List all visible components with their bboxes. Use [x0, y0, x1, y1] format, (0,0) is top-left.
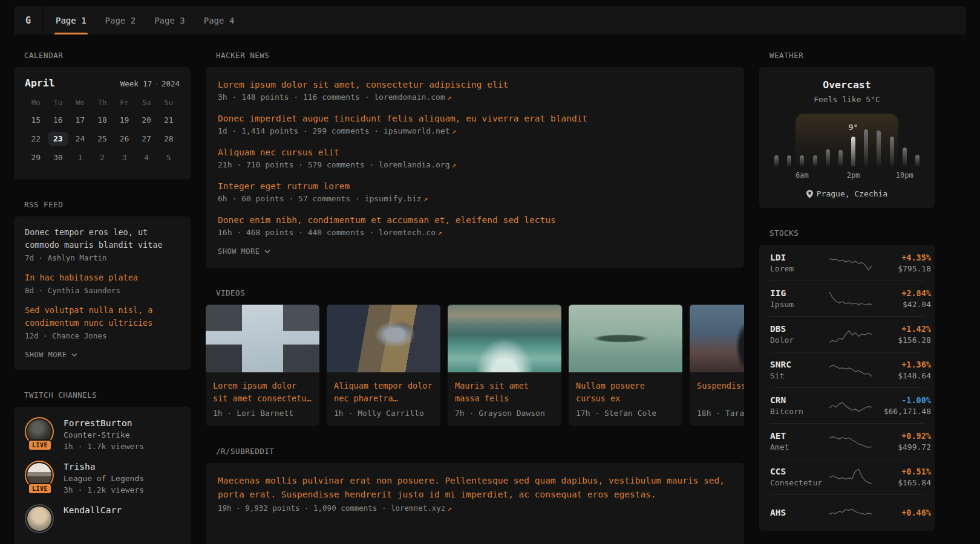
- calendar-days-grid: 1516171819202122232425262728293012345: [25, 111, 180, 167]
- stock-row[interactable]: IIGIpsum+2.84%$42.04: [770, 280, 924, 316]
- hn-item: Donec enim nibh, condimentum et accumsan…: [218, 213, 732, 237]
- stock-symbol: LDI: [770, 253, 827, 262]
- calendar-day-number: 26: [120, 134, 129, 143]
- channel-name: ForrestBurton: [64, 417, 144, 428]
- stock-row[interactable]: CCSConsectetur+0.51%$165.84: [770, 459, 924, 494]
- hn-item-title[interactable]: Aliquam nec cursus elit: [218, 146, 732, 159]
- stock-price: $42.04: [874, 300, 931, 309]
- weather-bar: [903, 147, 907, 167]
- subreddit-widget-title: /R/SUBREDDIT: [216, 447, 744, 456]
- video-thumbnail[interactable]: [327, 305, 440, 372]
- show-more-label: SHOW MORE: [25, 351, 67, 359]
- stock-row[interactable]: DBSDolor+1.42%$156.28: [770, 316, 924, 352]
- left-column: CALENDAR April Week 17·2024 MoTuWeThFrSa…: [14, 51, 191, 544]
- hackernews-show-more-button[interactable]: SHOW MORE: [218, 247, 732, 256]
- stock-row[interactable]: SNRCSit+1.36%$148.64: [770, 352, 924, 387]
- hn-item-title[interactable]: Lorem ipsum dolor sit amet, consectetur …: [218, 78, 732, 91]
- stock-id: AHS: [770, 508, 827, 517]
- hn-item: Lorem ipsum dolor sit amet, consectetur …: [218, 78, 732, 102]
- weather-bar-slot: [886, 114, 898, 167]
- video-thumbnail[interactable]: [569, 305, 682, 372]
- calendar-day-number: 23: [48, 132, 68, 146]
- tab-page-4[interactable]: Page 4: [203, 6, 236, 34]
- channel-meta: 3h · 1.2k viewers: [64, 485, 144, 494]
- calendar-day-header: Fr: [113, 99, 136, 107]
- video-title[interactable]: Nullam posuere cursus ex: [576, 380, 675, 405]
- hn-item-meta-text: 16h · 468 points · 440 comments · loremt…: [218, 228, 436, 237]
- calendar-week: Week 17: [120, 79, 152, 88]
- calendar-day-header: Th: [91, 99, 114, 107]
- calendar-day: 3: [113, 148, 136, 167]
- rss-item-title[interactable]: Sed volutpat nulla nisl, a condimentum n…: [25, 304, 180, 329]
- calendar-day-number: 21: [164, 115, 174, 125]
- stock-id: IIGIpsum: [770, 288, 827, 309]
- stock-change: +1.42%: [874, 324, 931, 334]
- time-label: 10pm: [896, 171, 913, 180]
- video-title[interactable]: Lorem ipsum dolor sit amet consectetu…: [213, 380, 312, 405]
- twitch-channel[interactable]: LIVETrishaLeague of Legends3h · 1.2k vie…: [25, 461, 180, 494]
- calendar-day: 4: [136, 148, 158, 167]
- hn-item-title[interactable]: Donec enim nibh, condimentum et accumsan…: [218, 213, 732, 227]
- video-title[interactable]: Mauris sit amet massa felis: [455, 380, 554, 405]
- hackernews-items: Lorem ipsum dolor sit amet, consectetur …: [218, 78, 732, 237]
- twitch-channel[interactable]: LIVEForrestBurtonCounter-Strike1h · 1.7k…: [25, 417, 180, 451]
- calendar-day-header: Tu: [47, 99, 70, 107]
- app-logo[interactable]: G: [14, 6, 44, 34]
- tab-page-2[interactable]: Page 2: [104, 6, 137, 34]
- video-thumbnail[interactable]: [448, 305, 561, 372]
- calendar-day-number: 2: [100, 153, 105, 162]
- external-link-icon: ↗: [423, 194, 428, 203]
- avatar: [25, 504, 54, 533]
- stock-sparkline-wrap: [827, 288, 874, 309]
- hn-item-title[interactable]: Donec imperdiet augue tincidunt felis al…: [218, 112, 732, 125]
- rss-card: Donec tempor eros leo, ut commodo mauris…: [14, 216, 191, 370]
- stock-values: +1.36%$148.64: [874, 360, 931, 380]
- channel-info: KendallCarr: [64, 504, 122, 538]
- stock-sparkline-wrap: [827, 502, 874, 523]
- chevron-down-icon: [264, 250, 270, 253]
- time-label: 6am: [795, 171, 809, 180]
- calendar-day-number: 29: [31, 153, 41, 162]
- weather-bar: [813, 155, 817, 167]
- stock-row[interactable]: CRNBitcorn-1.00%$66,171.48: [770, 387, 924, 423]
- rss-item-title[interactable]: In hac habitasse platea: [25, 271, 180, 284]
- video-thumbnail[interactable]: [206, 305, 319, 372]
- calendar-day: 29: [25, 148, 47, 167]
- video-title[interactable]: Aliquam tempor dolor nec pharetra…: [334, 380, 433, 405]
- stock-name: Dolor: [770, 335, 827, 345]
- rss-item-title[interactable]: Donec tempor eros leo, ut commodo mauris…: [25, 226, 180, 251]
- stock-sparkline-wrap: [827, 395, 874, 416]
- stock-values: +0.46%: [874, 508, 931, 517]
- video-thumbnail[interactable]: [690, 305, 744, 372]
- tab-page-3[interactable]: Page 3: [153, 6, 186, 34]
- hn-item-meta: 6h · 60 points · 57 comments · ipsumify.…: [218, 194, 732, 203]
- stock-change: -1.00%: [874, 395, 931, 405]
- weather-hourly-chart: 9°: [770, 114, 924, 167]
- calendar-day-number: 5: [166, 153, 171, 162]
- video-title[interactable]: Suspendisse diam: [697, 380, 744, 405]
- calendar-day-header: Sa: [136, 99, 158, 107]
- weather-bar-slot: [809, 114, 822, 167]
- stock-sparkline-wrap: [827, 467, 874, 487]
- stock-row[interactable]: AHS+0.46%: [770, 494, 924, 530]
- separator-dot: ·: [154, 79, 159, 88]
- tab-page-1[interactable]: Page 1: [54, 6, 88, 34]
- calendar-day: 15: [25, 111, 47, 129]
- hn-item-title[interactable]: Integer eget rutrum lorem: [218, 180, 732, 193]
- stock-row[interactable]: AETAmet+0.92%$499.72: [770, 423, 924, 459]
- calendar-day-number: 19: [120, 115, 129, 125]
- weather-bar-slot: [770, 114, 783, 167]
- stock-values: -1.00%$66,171.48: [874, 395, 931, 416]
- rss-show-more-button[interactable]: SHOW MORE: [25, 351, 180, 359]
- calendar-day: 18: [91, 111, 114, 129]
- subreddit-post-title[interactable]: Maecenas mollis pulvinar erat non posuer…: [218, 474, 732, 502]
- stock-row[interactable]: LDILorem+4.35%$795.18: [770, 245, 924, 280]
- subreddit-widget: /R/SUBREDDIT Maecenas mollis pulvinar er…: [206, 447, 744, 544]
- calendar-day-number: 15: [31, 115, 41, 125]
- weather-bar: [800, 155, 804, 167]
- external-link-icon: ↗: [437, 228, 442, 237]
- external-link-icon: ↗: [447, 504, 452, 513]
- twitch-channel[interactable]: KendallCarr: [25, 504, 180, 538]
- show-more-label: SHOW MORE: [218, 247, 260, 256]
- stock-name: Consectetur: [770, 478, 827, 487]
